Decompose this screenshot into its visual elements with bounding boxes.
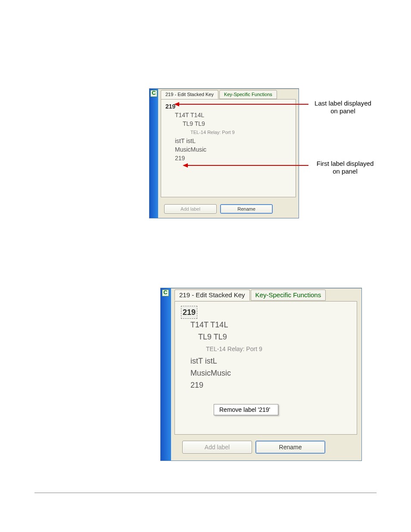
dialog-window: C 219 - Edit Stacked Key Key-Specific Fu… xyxy=(149,88,299,218)
footer-rule xyxy=(34,492,377,493)
button-row: Add label Rename xyxy=(182,441,325,454)
tab-edit-stacked-key[interactable]: 219 - Edit Stacked Key xyxy=(161,90,218,99)
label-tree: 219 T14T T14L TL9 TL9 TEL-14 Relay: Port… xyxy=(165,102,235,162)
figure-2: C 219 - Edit Stacked Key Key-Specific Fu… xyxy=(160,288,362,461)
tree-item[interactable]: TL9 TL9 xyxy=(198,331,262,343)
tree-item-bottom[interactable]: 219 xyxy=(175,154,235,162)
tree-item-detail: TEL-14 Relay: Port 9 xyxy=(190,128,235,137)
app-icon: C xyxy=(162,289,169,296)
tree-item-top[interactable]: 219 xyxy=(181,306,262,319)
callout-arrow-line xyxy=(179,104,308,105)
window-left-bar xyxy=(161,288,171,460)
tree-item[interactable]: istT istL xyxy=(190,355,262,367)
tree-item-selected: 219 xyxy=(181,306,197,319)
tree-panel: 219 T14T T14L TL9 TL9 TEL-14 Relay: Port… xyxy=(174,301,357,435)
tree-item[interactable]: MusicMusic xyxy=(175,145,235,154)
tree-item[interactable]: TL9 TL9 xyxy=(183,119,235,128)
tab-key-specific-functions[interactable]: Key-Specific Functions xyxy=(251,289,326,301)
tab-edit-stacked-key[interactable]: 219 - Edit Stacked Key xyxy=(174,289,250,301)
callout-last-label: Last label displayedon panel xyxy=(308,100,377,115)
tab-strip: 219 - Edit Stacked Key Key-Specific Func… xyxy=(174,289,327,301)
context-menu-remove-label[interactable]: Remove label '219' xyxy=(214,404,278,415)
window-left-bar xyxy=(149,89,158,218)
tree-item-bottom[interactable]: 219 xyxy=(190,379,262,391)
rename-button[interactable]: Rename xyxy=(220,204,273,214)
dialog-window: C 219 - Edit Stacked Key Key-Specific Fu… xyxy=(160,288,362,461)
callout-arrow-line xyxy=(188,165,308,166)
tree-item-detail: TEL-14 Relay: Port 9 xyxy=(206,343,262,355)
add-label-button: Add label xyxy=(164,204,217,214)
tab-strip: 219 - Edit Stacked Key Key-Specific Func… xyxy=(161,90,278,99)
callout-arrow-head xyxy=(174,102,179,106)
tab-key-specific-functions[interactable]: Key-Specific Functions xyxy=(219,90,277,99)
add-label-button: Add label xyxy=(182,441,252,454)
label-tree: 219 T14T T14L TL9 TL9 TEL-14 Relay: Port… xyxy=(181,306,262,391)
callout-first-label: First label displayedon panel xyxy=(308,160,382,175)
button-row: Add label Rename xyxy=(164,204,273,214)
tree-item[interactable]: T14T T14L xyxy=(190,319,262,331)
rename-button[interactable]: Rename xyxy=(255,441,325,454)
tree-item[interactable]: istT istL xyxy=(175,137,235,145)
tree-panel: 219 T14T T14L TL9 TL9 TEL-14 Relay: Port… xyxy=(161,99,296,197)
figure-1: C 219 - Edit Stacked Key Key-Specific Fu… xyxy=(149,88,299,218)
tree-item[interactable]: MusicMusic xyxy=(190,367,262,379)
app-icon: C xyxy=(150,90,157,97)
callout-arrow-head xyxy=(183,163,188,168)
tree-item[interactable]: T14T T14L xyxy=(175,111,235,119)
